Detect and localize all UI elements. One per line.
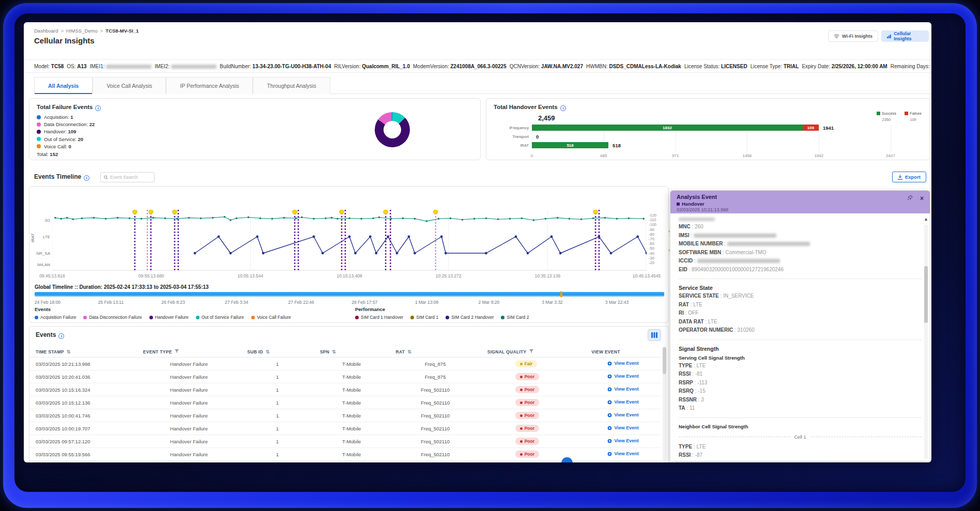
handover-bar-chart[interactable]: IFrequency18321091941Transport0IRAT51851… xyxy=(532,125,891,151)
events-legend-item: Acquisition Failure xyxy=(35,315,76,320)
analysis-event-timestamp: 03/03/2025 10:21:13.998 xyxy=(677,207,924,212)
panel-scrollbar-thumb[interactable] xyxy=(924,266,928,323)
view-event-link[interactable]: View Event xyxy=(607,361,638,366)
cell-view-event: View Event xyxy=(585,361,661,367)
info-icon[interactable]: i xyxy=(95,105,101,111)
event-search-box xyxy=(100,172,155,182)
cell-sub-id: 1 xyxy=(241,361,314,367)
handover-bar-row: IRAT518518 xyxy=(532,142,891,148)
analysis-panel-title: Analysis Event xyxy=(677,194,924,200)
view-event-link[interactable]: View Event xyxy=(607,399,638,405)
cell-rat: Freq_875 xyxy=(390,374,481,380)
wifi-insights-button[interactable]: Wi-Fi Insights xyxy=(828,30,878,42)
table-row: 03/03/2025 10:15:16.324Handover Failure1… xyxy=(29,383,661,396)
device-info-bar: Model: TC58OS: A13IMEI1: IMEI2: BuildNum… xyxy=(24,59,931,73)
panel-scrollbar[interactable]: ▲ xyxy=(924,216,928,459)
view-event-link[interactable]: View Event xyxy=(607,412,638,417)
signal-quality-badge: Fair xyxy=(515,360,538,367)
breadcrumb[interactable]: Dashboard>HIMSS_Demo>TCS8-MV-SI_1 xyxy=(34,28,139,34)
sort-icon[interactable]: ⇅ xyxy=(67,349,71,354)
cell-sub-id: 1 xyxy=(241,374,314,380)
cell-spn: T-Mobile xyxy=(314,387,390,393)
sort-icon[interactable]: ⇅ xyxy=(266,349,270,354)
tab-all-analysis[interactable]: All Analysis xyxy=(34,77,93,94)
table-scrollbar-thumb[interactable] xyxy=(663,347,666,374)
cell-event-type: Handover Failure xyxy=(137,452,241,457)
event-search-input[interactable] xyxy=(110,175,151,180)
global-timeline-marker[interactable] xyxy=(560,291,562,297)
signal-quality-badge: Poor xyxy=(515,373,539,380)
filter-icon[interactable] xyxy=(529,349,533,354)
cell-rat: Freq_502110 xyxy=(390,413,481,419)
view-event-link[interactable]: View Event xyxy=(607,451,638,456)
breadcrumb-item[interactable]: TCS8-MV-SI_1 xyxy=(105,28,139,34)
device-info-item: Remaining Days: 357 xyxy=(891,64,931,69)
breadcrumb-item[interactable]: Dashboard xyxy=(34,28,58,34)
legend-dot xyxy=(37,115,41,119)
view-event-link[interactable]: View Event xyxy=(607,438,638,443)
panel-field: RI : OFF xyxy=(679,309,922,318)
signal-axis-tick: -120 xyxy=(649,213,656,218)
redacted-value xyxy=(694,234,776,238)
tab-throughput-analysis[interactable]: Throughput Analysis xyxy=(253,77,330,94)
table-row: 03/03/2025 10:21:13.998Handover Failure1… xyxy=(29,358,661,370)
signal-quality-badge: Poor xyxy=(515,412,539,419)
cell-rat: Freq_875 xyxy=(390,361,481,367)
cell-rat: Freq_502110 xyxy=(390,452,481,457)
signal-axis-tick: -110 xyxy=(649,218,656,222)
events-table: TIME STAMP⇅EVENT TYPESUB ID⇅SPN⇅RAT⇅SIGN… xyxy=(29,346,661,461)
section-subheading: Neighbor Cell Signal Strength xyxy=(679,423,922,430)
events-timeline-chart[interactable] xyxy=(52,210,647,271)
info-icon[interactable]: i xyxy=(84,175,89,181)
info-icon[interactable]: i xyxy=(560,105,566,111)
legend-dot xyxy=(355,316,359,319)
column-header: RAT⇅ xyxy=(390,349,481,354)
column-header: TIME STAMP⇅ xyxy=(29,349,137,354)
export-button[interactable]: Export xyxy=(892,172,926,182)
search-icon xyxy=(104,175,108,180)
device-info-item: OS: A13 xyxy=(67,64,86,69)
handover-bar-row: Transport0 xyxy=(532,133,891,140)
info-icon[interactable]: i xyxy=(58,333,64,339)
column-settings-button[interactable] xyxy=(648,329,661,341)
close-icon[interactable]: × xyxy=(920,195,924,202)
cell-view-event: View Event xyxy=(585,425,661,431)
legend-dot xyxy=(501,316,504,319)
table-row: 03/03/2025 10:15:12.136Handover Failure1… xyxy=(29,396,661,409)
view-event-link[interactable]: View Event xyxy=(607,425,638,430)
scroll-up-icon[interactable]: ▲ xyxy=(924,216,928,222)
device-info-item: ModemVersion: Z241008A_066.3-00225 xyxy=(413,64,507,69)
filter-icon[interactable] xyxy=(175,349,179,354)
events-timeline-title: Events Timelinei xyxy=(34,173,89,181)
failure-legend-item: Acquisition: 1 xyxy=(37,114,473,120)
failure-donut-chart[interactable] xyxy=(375,112,410,147)
panel-field: RSSI : -81 xyxy=(679,370,922,379)
sort-icon[interactable]: ⇅ xyxy=(332,349,336,354)
cell-sub-id: 1 xyxy=(241,387,314,393)
cell-spn: T-Mobile xyxy=(314,374,390,380)
cellular-insights-label: Cellular Insights xyxy=(894,31,923,41)
view-event-link[interactable]: View Event xyxy=(607,374,638,379)
cell-signal-quality: Fair xyxy=(481,360,586,367)
rat-category-label: LTE xyxy=(33,235,50,239)
sort-icon[interactable]: ⇅ xyxy=(407,349,411,354)
panel-field: SOFTWARE MBN : Commercial-TMO xyxy=(679,249,922,257)
analysis-event-type: Handover xyxy=(677,201,924,207)
cell-event-type: Handover Failure xyxy=(137,439,241,444)
cellular-insights-button[interactable]: Cellular Insights xyxy=(881,30,929,42)
tab-voice-call-analysis[interactable]: Voice Call Analysis xyxy=(93,77,166,94)
section-heading: Signal Strength xyxy=(679,345,922,353)
tab-ip-performance-analysis[interactable]: IP Performance Analysis xyxy=(166,77,253,94)
table-scrollbar[interactable] xyxy=(663,346,666,462)
panel-field: ICCID : xyxy=(679,257,922,266)
global-timeline-bar[interactable] xyxy=(35,292,664,297)
success-bar: 518 xyxy=(532,142,608,148)
cell-rat: Freq_502110 xyxy=(390,387,481,393)
breadcrumb-item[interactable]: HIMSS_Demo xyxy=(66,28,98,34)
x-axis-tick: 485 xyxy=(600,153,607,158)
pin-icon[interactable] xyxy=(907,195,913,202)
panel-field: TA : 11 xyxy=(679,404,922,413)
table-row: 03/03/2025 10:20:41.036Handover Failure1… xyxy=(29,370,661,383)
column-header: VIEW EVENT xyxy=(585,349,661,354)
view-event-link[interactable]: View Event xyxy=(607,386,638,392)
